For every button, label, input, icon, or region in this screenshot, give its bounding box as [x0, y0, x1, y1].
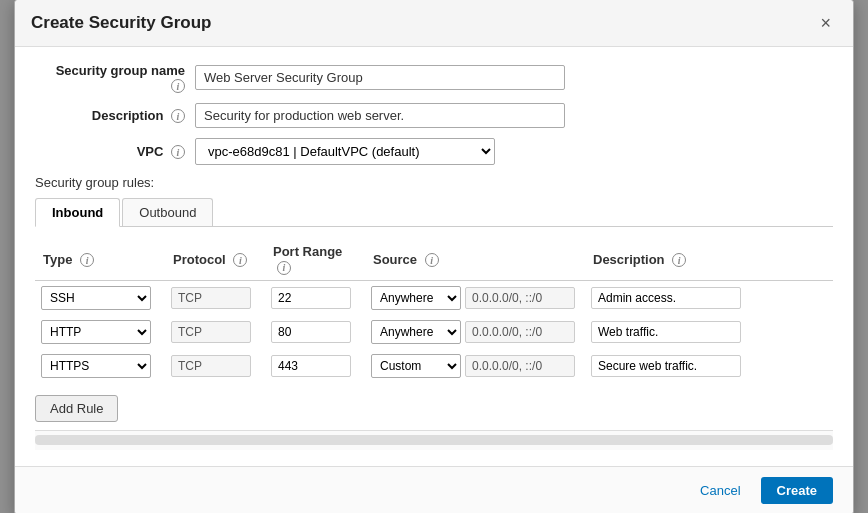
description-row: Description i [35, 103, 833, 128]
col-header-source: Source i [365, 239, 585, 280]
rule-2-protocol-cell [165, 315, 265, 349]
rule-2-source-select[interactable]: Anywhere Custom My IP [371, 320, 461, 344]
vpc-label: VPC i [35, 144, 195, 160]
rule-3-desc-cell [585, 349, 833, 383]
rule-3-source-select[interactable]: Anywhere Custom My IP [371, 354, 461, 378]
name-label: Security group name i [35, 63, 195, 94]
rule-2-source-cell: Anywhere Custom My IP [365, 315, 585, 349]
table-row: SSH HTTP HTTPS Custom TCP All Traffic [35, 315, 833, 349]
rule-1-source-cell: Anywhere Custom My IP [365, 280, 585, 315]
rule-3-type-select[interactable]: SSH HTTP HTTPS Custom TCP All Traffic [41, 354, 151, 378]
rule-3-desc-input[interactable] [591, 355, 741, 377]
vpc-row: VPC i vpc-e68d9c81 | DefaultVPC (default… [35, 138, 833, 165]
description-label: Description i [35, 108, 195, 124]
modal-header: Create Security Group × [15, 0, 853, 47]
rule-3-port-cell [265, 349, 365, 383]
rule-2-port-input[interactable] [271, 321, 351, 343]
protocol-header-info-icon[interactable]: i [233, 253, 247, 267]
rule-3-type-cell: SSH HTTP HTTPS Custom TCP All Traffic [35, 349, 165, 383]
modal-body: Security group name i Description i VPC … [15, 47, 853, 466]
desc-header-info-icon[interactable]: i [672, 253, 686, 267]
col-header-type: Type i [35, 239, 165, 280]
rule-2-desc-cell [585, 315, 833, 349]
scrollbar-track [35, 435, 833, 445]
rule-2-cidr-input[interactable] [465, 321, 575, 343]
rules-tabs: Inbound Outbound [35, 198, 833, 227]
rule-1-protocol-cell [165, 280, 265, 315]
rule-3-source-cell: Anywhere Custom My IP [365, 349, 585, 383]
rules-table: Type i Protocol i Port Range i Source [35, 239, 833, 383]
rule-2-type-select[interactable]: SSH HTTP HTTPS Custom TCP All Traffic [41, 320, 151, 344]
col-header-description: Description i [585, 239, 833, 280]
add-rule-button[interactable]: Add Rule [35, 395, 118, 422]
rule-2-desc-input[interactable] [591, 321, 741, 343]
rule-1-port-input[interactable] [271, 287, 351, 309]
tab-inbound[interactable]: Inbound [35, 198, 120, 227]
name-input[interactable] [195, 65, 565, 90]
close-button[interactable]: × [814, 12, 837, 34]
vpc-select[interactable]: vpc-e68d9c81 | DefaultVPC (default) [195, 138, 495, 165]
rule-3-protocol-input[interactable] [171, 355, 251, 377]
horizontal-scrollbar[interactable] [35, 430, 833, 450]
rule-1-desc-cell [585, 280, 833, 315]
rule-1-source-select[interactable]: Anywhere Custom My IP [371, 286, 461, 310]
table-header-row: Type i Protocol i Port Range i Source [35, 239, 833, 280]
name-row: Security group name i [35, 63, 833, 94]
modal-title: Create Security Group [31, 13, 211, 33]
modal-footer: Cancel Create [15, 466, 853, 514]
modal-overlay: Create Security Group × Security group n… [0, 0, 868, 513]
rule-2-port-cell [265, 315, 365, 349]
cancel-button[interactable]: Cancel [690, 478, 750, 503]
rule-1-port-cell [265, 280, 365, 315]
source-header-info-icon[interactable]: i [425, 253, 439, 267]
rule-3-protocol-cell [165, 349, 265, 383]
type-header-info-icon[interactable]: i [80, 253, 94, 267]
rule-2-protocol-input[interactable] [171, 321, 251, 343]
name-info-icon[interactable]: i [171, 79, 185, 93]
rule-1-type-select[interactable]: SSH HTTP HTTPS Custom TCP All Traffic [41, 286, 151, 310]
rules-section-label: Security group rules: [35, 175, 833, 190]
create-button[interactable]: Create [761, 477, 833, 504]
rule-2-type-cell: SSH HTTP HTTPS Custom TCP All Traffic [35, 315, 165, 349]
rule-1-desc-input[interactable] [591, 287, 741, 309]
table-row: SSH HTTP HTTPS Custom TCP All Traffic [35, 280, 833, 315]
description-input[interactable] [195, 103, 565, 128]
col-header-protocol: Protocol i [165, 239, 265, 280]
vpc-info-icon[interactable]: i [171, 145, 185, 159]
rule-1-protocol-input[interactable] [171, 287, 251, 309]
rule-3-cidr-input[interactable] [465, 355, 575, 377]
create-security-group-modal: Create Security Group × Security group n… [14, 0, 854, 513]
col-header-port-range: Port Range i [265, 239, 365, 280]
port-header-info-icon[interactable]: i [277, 261, 291, 275]
rule-1-cidr-input[interactable] [465, 287, 575, 309]
rule-1-type-cell: SSH HTTP HTTPS Custom TCP All Traffic [35, 280, 165, 315]
table-row: SSH HTTP HTTPS Custom TCP All Traffic [35, 349, 833, 383]
tab-outbound[interactable]: Outbound [122, 198, 213, 226]
desc-info-icon[interactable]: i [171, 109, 185, 123]
rule-3-port-input[interactable] [271, 355, 351, 377]
